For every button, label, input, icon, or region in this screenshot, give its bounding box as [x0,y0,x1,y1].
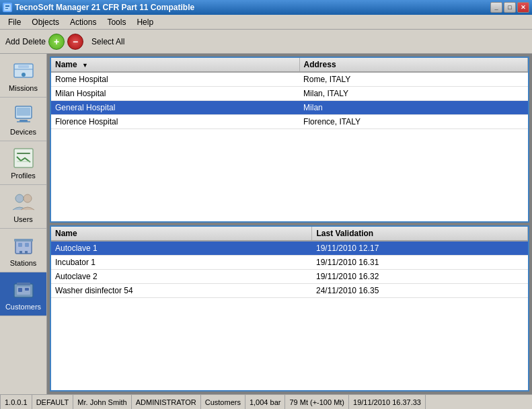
main-layout: Missions Devices Profiles [0,54,532,394]
delete-label: Delete [22,37,46,46]
missions-icon [11,59,36,83]
bottom-table-container: Name Last Validation Autoclave 1 19/11/2… [50,225,529,392]
bottom-table: Name Last Validation Autoclave 1 19/11/2… [51,227,528,298]
svg-rect-16 [15,240,32,254]
svg-point-14 [15,194,24,202]
status-user: Mr. John Smith [73,395,131,409]
status-profile: DEFAULT [32,395,74,409]
svg-rect-17 [18,243,22,247]
stations-icon [11,233,36,258]
minimize-button[interactable]: _ [490,2,502,13]
menu-objects[interactable]: Objects [26,16,65,28]
svg-rect-19 [20,251,22,254]
svg-rect-24 [18,288,22,292]
svg-point-15 [24,194,32,202]
title-bar: TecnoSoft Manager 21 CFR Part 11 Compati… [0,0,532,15]
sidebar-label-customers: Customers [5,303,41,311]
sidebar-item-users[interactable]: Users [0,185,46,229]
table-row[interactable]: Autoclave 1 19/11/2010 12.17 [51,241,528,256]
svg-rect-13 [17,161,30,162]
svg-rect-2 [5,8,8,9]
svg-rect-25 [25,288,29,291]
table-row[interactable]: Rome Hospital Rome, ITALY [51,72,528,87]
sidebar-label-profiles: Profiles [11,172,36,180]
svg-rect-1 [5,5,9,7]
table-row[interactable]: General Hospital Milan [51,101,528,115]
add-button[interactable]: + [48,34,65,50]
svg-rect-18 [25,243,29,247]
sidebar-label-missions: Missions [9,84,38,92]
svg-rect-0 [4,4,11,11]
svg-rect-12 [17,153,30,154]
sidebar-item-stations[interactable]: Stations [0,229,46,272]
status-role: ADMINISTRATOR [132,395,201,409]
svg-rect-21 [14,239,33,241]
svg-rect-20 [25,251,28,254]
svg-point-5 [22,73,26,77]
table-row[interactable]: Milan Hospital Milan, ITALY [51,87,528,101]
add-label: Add [5,37,20,46]
menu-bar: File Objects Actions Tools Help [0,15,532,30]
top-table-container: Name ▼ Address Rome Hospital Rome, ITALY [50,57,529,223]
users-icon [11,190,36,214]
sidebar-label-stations: Stations [10,259,37,267]
menu-tools[interactable]: Tools [102,16,131,28]
menu-file[interactable]: File [3,16,26,28]
sidebar-label-users: Users [13,215,33,223]
select-all-label: Select All [91,37,124,46]
svg-rect-26 [17,283,30,285]
status-bar: 1.0.0.1 DEFAULT Mr. John Smith ADMINISTR… [0,394,532,409]
devices-icon [11,102,36,126]
svg-rect-8 [17,108,30,116]
window-title: TecnoSoft Manager 21 CFR Part 11 Compati… [15,3,194,12]
table-row[interactable]: Florence Hospital Florence, ITALY [51,115,528,129]
top-table: Name ▼ Address Rome Hospital Rome, ITALY [51,58,528,129]
sidebar-item-devices[interactable]: Devices [0,98,46,141]
status-altitude: 79 Mt (+-100 Mt) [285,395,349,409]
table-row[interactable]: Incubator 1 19/11/2010 16.31 [51,256,528,270]
menu-actions[interactable]: Actions [65,16,102,28]
status-version: 1.0.0.1 [0,395,32,409]
customers-icon [11,277,36,301]
content-area: Name ▼ Address Rome Hospital Rome, ITALY [47,54,532,394]
menu-help[interactable]: Help [131,16,159,28]
svg-rect-6 [18,65,29,68]
status-pressure: 1,004 bar [245,395,285,409]
delete-button[interactable]: − [67,34,83,50]
status-active-tab: Customers [201,395,245,409]
bottom-col-last-validation[interactable]: Last Validation [312,227,528,241]
sidebar-item-profiles[interactable]: Profiles [0,141,46,185]
maximize-button[interactable]: □ [504,2,516,13]
bottom-col-name[interactable]: Name [51,227,312,241]
table-row[interactable]: Washer disinfector 54 24/11/2010 16.35 [51,284,528,298]
sidebar-label-devices: Devices [10,128,36,136]
close-button[interactable]: ✕ [517,2,529,13]
top-col-name[interactable]: Name ▼ [51,58,299,72]
sidebar-item-missions[interactable]: Missions [0,54,46,98]
sidebar-item-customers[interactable]: Customers [0,272,46,316]
toolbar: Add Delete + − Select All [0,30,532,54]
sidebar: Missions Devices Profiles [0,54,47,394]
top-col-address[interactable]: Address [299,58,527,72]
app-icon [3,3,12,12]
table-row[interactable]: Autoclave 2 19/11/2010 16.32 [51,270,528,284]
status-datetime: 19/11/2010 16.37.33 [349,395,426,409]
profiles-icon [11,146,36,170]
name-sort-icon: ▼ [82,62,88,69]
window-controls[interactable]: _ □ ✕ [490,2,529,13]
svg-rect-11 [14,149,33,168]
